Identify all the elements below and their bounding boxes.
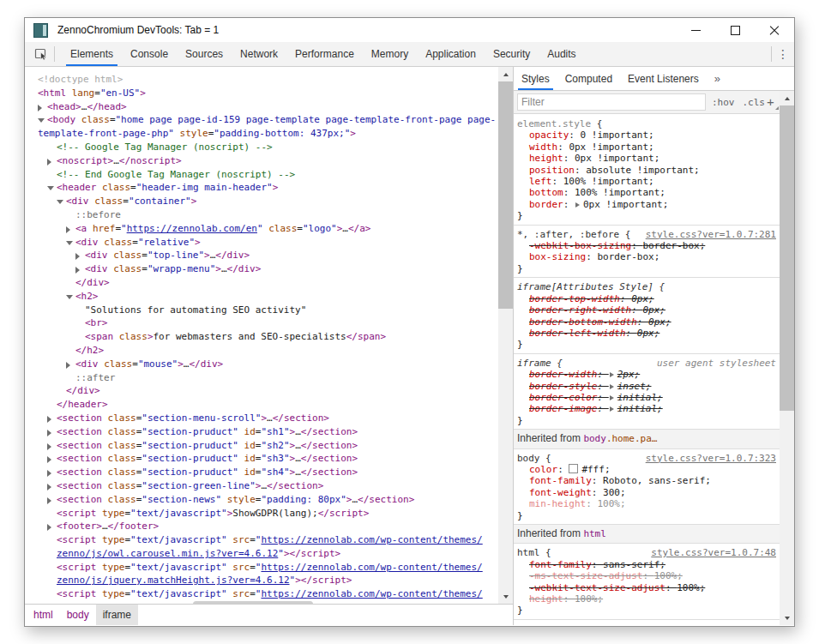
rule-selector[interactable]: iframe {	[517, 358, 563, 369]
tree-line[interactable]: <div class="container">	[25, 195, 498, 208]
tree-line[interactable]: <section class="section-pruduct" id="sh1…	[25, 425, 498, 439]
expand-arrow-icon[interactable]	[47, 430, 51, 436]
breadcrumb-item-iframe[interactable]: iframe	[96, 605, 138, 625]
expand-value-icon[interactable]	[575, 202, 580, 208]
stylesheet-link[interactable]: style.css?ver=1.0.7:48	[651, 547, 776, 558]
css-property[interactable]: width: 0px !important;	[517, 141, 776, 153]
tree-line[interactable]: <h2>	[25, 290, 498, 304]
tree-line[interactable]: <div class="wrapp-menu">…</div>	[25, 262, 498, 276]
inherited-node-link[interactable]: body.home.pa…	[583, 433, 657, 444]
css-property[interactable]: border-style: inset;	[517, 381, 776, 392]
rule-selector[interactable]: iframe[Attributes Style] {	[517, 281, 665, 292]
expand-arrow-icon[interactable]	[47, 443, 51, 450]
css-property[interactable]: left: 100% !important;	[517, 176, 776, 187]
expand-arrow-icon[interactable]	[47, 416, 51, 423]
tree-line[interactable]: <section class="section-green-line">…</s…	[25, 479, 498, 493]
expand-value-icon[interactable]	[610, 406, 614, 412]
css-property[interactable]: font-family: Roboto, sans-serif;	[517, 475, 776, 486]
tree-line[interactable]: <header class="header-img main-header">	[25, 181, 498, 195]
rule-selector[interactable]: element.style {	[517, 118, 602, 129]
tree-line[interactable]: <!-- Google Tag Manager (noscript) -->	[25, 141, 498, 154]
inherited-node-link[interactable]: html	[583, 528, 606, 539]
expand-arrow-icon[interactable]	[47, 470, 51, 477]
tree-line[interactable]: <script type="text/javascript" src="http…	[25, 587, 498, 601]
scrollbar-thumb[interactable]	[780, 105, 794, 411]
color-swatch[interactable]	[569, 464, 578, 473]
tab-application[interactable]: Application	[417, 42, 485, 66]
tree-line[interactable]: <html lang="en-US">	[25, 87, 498, 100]
minimize-button[interactable]	[676, 18, 715, 42]
expand-arrow-icon[interactable]	[47, 159, 51, 166]
css-property[interactable]: position: absolute !important;	[517, 165, 776, 176]
inspect-element-button[interactable]	[28, 43, 54, 65]
scrollbar-down-button[interactable]	[780, 611, 794, 625]
sidebar-tab-styles[interactable]: Styles	[514, 67, 557, 90]
tree-line[interactable]: <span class>for webmasters and SEO-speci…	[25, 330, 498, 344]
css-property[interactable]: font-family: sans-serif;	[517, 559, 776, 570]
tree-line[interactable]: "Solutions for automating SEO activity"	[25, 304, 498, 317]
tree-line[interactable]: zenno/js/jquery.matchHeight.js?ver=4.6.1…	[25, 574, 498, 587]
tree-line[interactable]: ::before	[25, 208, 498, 222]
tree-line[interactable]: <div class="relative">	[25, 236, 498, 250]
expand-arrow-icon[interactable]	[66, 362, 70, 369]
collapse-arrow-icon[interactable]	[57, 200, 63, 204]
css-property[interactable]: border-bottom-width: 0px;	[517, 316, 776, 328]
css-property[interactable]: height: 100%;	[517, 593, 776, 605]
tree-line[interactable]: </header>	[25, 398, 498, 412]
tree-line[interactable]: <!doctype html>	[25, 73, 498, 87]
rule-selector[interactable]: *, :after, :before {	[517, 229, 630, 240]
collapse-arrow-icon[interactable]	[38, 118, 45, 123]
css-property[interactable]: font-weight: 300;	[517, 487, 776, 498]
sidebar-tab-event-listeners[interactable]: Event Listeners	[620, 67, 707, 90]
stylesheet-link[interactable]: style.css?ver=1.0.7:323	[646, 453, 776, 464]
tab-network[interactable]: Network	[232, 42, 286, 66]
css-property[interactable]: border-width: 2px;	[517, 369, 776, 380]
tree-line[interactable]: </div>	[25, 384, 498, 398]
tree-line[interactable]: <head>…</head>	[25, 100, 498, 114]
css-property[interactable]: border-image: initial;	[517, 403, 776, 414]
expand-arrow-icon[interactable]	[47, 484, 51, 491]
sidebar-tab-computed[interactable]: Computed	[557, 67, 620, 90]
tree-line[interactable]: <section class="section-menu-scroll">…</…	[25, 412, 498, 425]
css-property[interactable]: opacity: 0 !important;	[517, 129, 776, 141]
tree-line[interactable]: zenno/js/owl.carousel.min.js?ver=4.6.12"…	[25, 547, 498, 561]
scrollbar-up-button[interactable]	[780, 91, 794, 105]
css-property[interactable]: border-color: initial;	[517, 392, 776, 403]
-hov-toggle[interactable]: :hov	[712, 97, 735, 108]
css-property[interactable]: box-sizing: border-box;	[517, 251, 776, 262]
-cls-toggle[interactable]: .cls	[743, 97, 766, 108]
elements-vertical-scrollbar[interactable]	[498, 67, 513, 604]
tree-line[interactable]: </h2>	[25, 344, 498, 358]
stylesheet-link[interactable]: style.css?ver=1.0.7:281	[646, 229, 776, 240]
expand-arrow-icon[interactable]	[66, 226, 70, 233]
tree-line[interactable]: <body class="home page page-id-159 page-…	[25, 113, 498, 127]
tree-line[interactable]: <br>	[25, 316, 498, 330]
tab-security[interactable]: Security	[485, 42, 539, 66]
tree-line[interactable]: <div class="mouse">…</div>	[25, 358, 498, 371]
collapse-arrow-icon[interactable]	[66, 295, 73, 299]
tab-audits[interactable]: Audits	[539, 42, 584, 66]
collapse-arrow-icon[interactable]	[66, 241, 73, 245]
tree-line[interactable]: <section class="section-pruduct" id="sh4…	[25, 466, 498, 479]
collapse-arrow-icon[interactable]	[47, 186, 54, 190]
expand-value-icon[interactable]	[610, 384, 614, 389]
css-property[interactable]: min-height: 100%;	[517, 498, 776, 509]
tree-line[interactable]: <section class="section-pruduct" id="sh2…	[25, 439, 498, 453]
scrollbar-down-button[interactable]	[498, 589, 513, 604]
breadcrumb-item-html[interactable]: html	[27, 605, 60, 625]
tree-line[interactable]: template-front-page-php" style="padding-…	[25, 127, 498, 141]
new-style-rule-button[interactable]: +	[765, 96, 776, 108]
tab-memory[interactable]: Memory	[363, 42, 417, 66]
expand-arrow-icon[interactable]	[38, 105, 42, 111]
css-property[interactable]: height: 0px !important;	[517, 153, 776, 164]
tree-line[interactable]: <a href="https://zennolab.com/en" class=…	[25, 222, 498, 236]
css-property[interactable]: border: 0px !important;	[517, 199, 776, 210]
tree-line[interactable]: <script type="text/javascript">ShowGDPR(…	[25, 507, 498, 521]
tree-line[interactable]: <div class="top-line">…</div>	[25, 249, 498, 262]
css-property[interactable]: -ms-text-size-adjust: 100%;	[517, 570, 776, 581]
breadcrumb-item-body[interactable]: body	[60, 605, 96, 625]
tree-line[interactable]: <noscript>…</noscript>	[25, 154, 498, 168]
tab-performance[interactable]: Performance	[286, 42, 363, 66]
css-property[interactable]: border-left-width: 0px;	[517, 328, 776, 339]
tree-line[interactable]: ::after	[25, 371, 498, 385]
